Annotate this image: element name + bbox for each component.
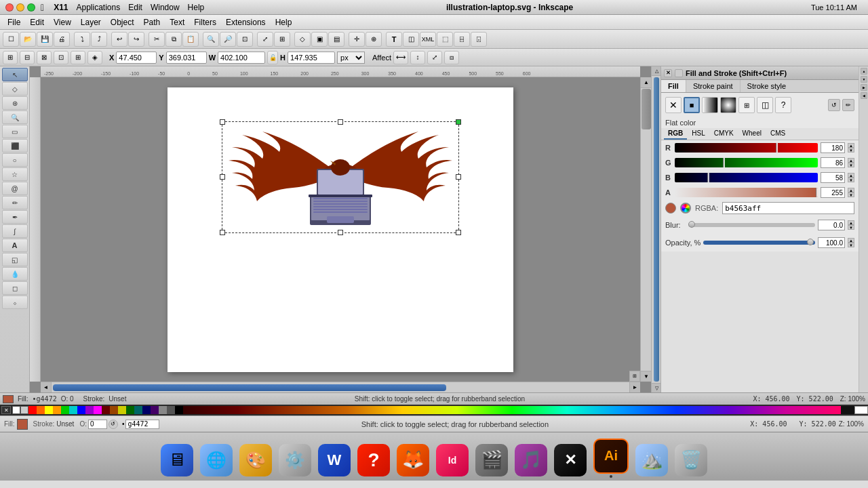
toolbar-snap[interactable]: ⊕ [366,32,382,47]
swatch-black[interactable] [175,406,183,414]
toolbar-new[interactable]: ☐ [3,32,19,47]
fill-linear-gradient-btn[interactable] [702,97,718,113]
dock-item-mountain[interactable]: ⛰️ [633,436,671,478]
bottom-fill-swatch[interactable] [17,419,28,430]
opacity-up-btn[interactable]: ▲ [848,238,854,243]
opacity-value-input[interactable]: 100.0 [818,237,845,248]
swatch-orange2[interactable] [53,406,61,414]
vscroll-down-btn[interactable]: ▼ [641,371,651,382]
swatch-white[interactable] [12,406,20,414]
affect-btn1[interactable]: ⟷ [393,51,408,64]
app-menu-text[interactable]: Text [165,17,189,28]
channel-r-slider[interactable] [675,143,818,152]
os-menu-x11[interactable]: X11 [50,2,72,13]
swatch-blue1[interactable] [77,406,85,414]
canvas-scroll-down[interactable]: ▽ [652,383,661,392]
tab-stroke-paint[interactable]: Stroke paint [686,80,741,92]
os-menu-window[interactable]: Window [146,2,184,13]
tweak-tool[interactable]: ⊛ [2,96,28,110]
hscroll-left-btn[interactable]: ◄ [41,382,52,393]
maximize-button[interactable] [27,3,35,12]
fill-none-btn[interactable]: ✕ [665,97,682,113]
toolbar-cmd2[interactable]: ⌺ [471,32,487,47]
swatch-orange1[interactable] [37,406,45,414]
toolbar-cmd1[interactable]: ⌸ [454,32,470,47]
toolbar-node[interactable]: ◇ [294,32,311,47]
blur-up-btn[interactable]: ▲ [848,220,854,225]
toolbar-zoom-out[interactable]: 🔎 [220,32,236,47]
dock-item-xcode[interactable]: ✕ [551,436,589,478]
right-scroll-thumb[interactable] [654,77,659,382]
swatch-darkpurple[interactable] [151,406,159,414]
panel-side-btn1[interactable]: ▲ [861,68,867,75]
channel-a-down[interactable]: ▼ [848,192,854,197]
app-menu-layer[interactable]: Layer [76,17,106,28]
opacity-cycle-btn[interactable]: ↺ [108,420,118,429]
channel-r-value[interactable] [821,142,845,153]
color-tab-hsl[interactable]: HSL [688,128,709,140]
illustration-group[interactable] [222,121,459,257]
channel-g-down[interactable]: ▼ [848,163,854,167]
eraser-tool[interactable]: ◻ [2,281,28,295]
bottom-hex-input[interactable] [125,420,159,429]
channel-g-value[interactable] [821,157,845,168]
toolbar-fillstroke[interactable]: ⬚ [437,32,453,47]
text-tool[interactable]: A [2,239,28,252]
channel-r-down[interactable]: ▼ [848,148,854,152]
vertical-scrollbar[interactable]: ▲ ▼ [640,77,651,382]
canvas-content[interactable] [41,77,640,382]
dock-item-illustrator[interactable]: Ai [591,434,631,479]
toolbar-ungroup[interactable]: ▤ [328,32,344,47]
node-tool[interactable]: ◇ [2,82,28,96]
drawing-page[interactable] [167,87,513,372]
swatch-pink1[interactable] [94,406,102,414]
select-tool[interactable]: ↖ [2,68,28,81]
swatch-end-white[interactable] [854,406,868,414]
ellipse-tool[interactable]: ○ [2,153,28,167]
toolbar-text[interactable]: T [386,32,402,47]
bottom-opacity-input[interactable] [88,420,107,429]
toolbar-align[interactable]: ⊞ [274,32,290,47]
app-menu-path[interactable]: Path [139,17,165,28]
app-menu-view[interactable]: View [49,17,76,28]
toolbar-redo[interactable]: ↪ [128,32,144,47]
affect-btn3[interactable]: ⤢ [427,51,442,64]
hscroll-thumb[interactable] [53,384,446,391]
swatch-teal[interactable] [69,406,77,414]
fill-unknown-btn[interactable]: ? [775,97,791,113]
toolbar-undo[interactable]: ↩ [111,32,127,47]
panel-toggle-btn[interactable]: ⊞ [629,371,640,382]
os-menu-applications[interactable]: Applications [72,2,124,13]
rgba-hex-input[interactable]: b4563aff [722,202,854,214]
os-menu-edit[interactable]: Edit [124,2,146,13]
dock-item-indesign[interactable]: Id [433,436,471,478]
toolbar-import[interactable]: ⤵ [74,32,90,47]
swatch-darkred[interactable] [102,406,110,414]
affect-btn4[interactable]: ⧈ [444,51,459,64]
dock-item-safari[interactable]: 🌐 [197,436,235,478]
tab-stroke-style[interactable]: Stroke style [741,80,793,92]
snap-toolbar-btn2[interactable]: ⊟ [20,51,35,64]
swatch-brown1[interactable] [110,406,118,414]
pencil-tool[interactable]: ✏ [2,196,28,209]
channel-a-up[interactable]: ▲ [848,188,854,192]
dock-item-media[interactable]: 🎬 [473,436,511,478]
dropper-tool[interactable]: 💧 [2,267,28,281]
blur-slider[interactable] [688,223,815,227]
opacity-down-btn[interactable]: ▼ [848,243,854,247]
snap-toolbar-btn1[interactable]: ⊞ [3,51,18,64]
fill-flat-btn[interactable]: ■ [684,97,700,113]
color-tab-cmyk[interactable]: CMYK [710,128,738,140]
lock-aspect-btn[interactable]: 🔓 [267,51,278,64]
units-select[interactable]: px mm cm in [337,52,365,64]
os-menu-apple[interactable]:  [41,2,44,13]
toolbar-transform[interactable]: ⤢ [257,32,273,47]
dock-item-firefox[interactable]: 🦊 [394,436,432,478]
fill-refresh-btn[interactable]: ↺ [828,99,840,111]
h-input[interactable]: 147.935 [288,52,335,64]
vscroll-thumb[interactable] [642,89,651,129]
os-menu-help[interactable]: Help [184,2,209,13]
dock-item-trash[interactable]: 🗑️ [672,436,710,478]
eagle-laptop-svg[interactable] [222,121,459,233]
toolbar-paste[interactable]: 📋 [182,32,199,47]
